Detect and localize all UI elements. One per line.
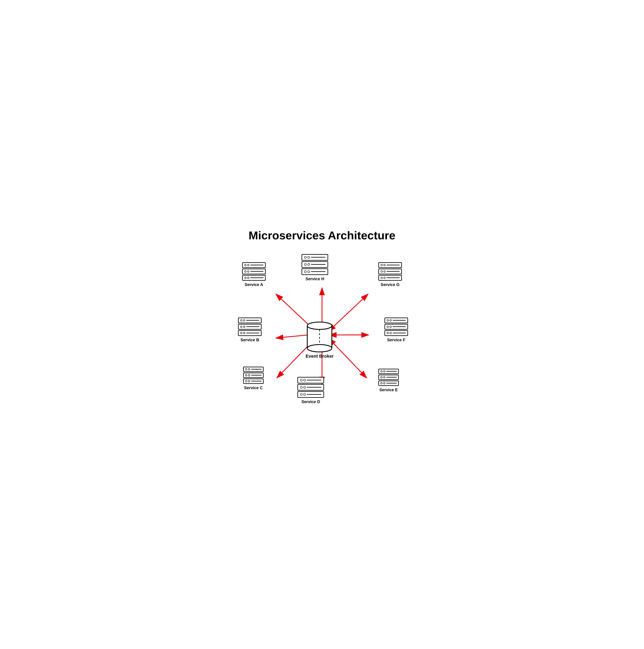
server-unit xyxy=(297,377,324,384)
service-e-label: Service E xyxy=(379,388,398,392)
server-unit xyxy=(385,324,408,330)
server-unit xyxy=(297,384,324,391)
service-a-node: Service A xyxy=(242,262,266,287)
service-c-label: Service C xyxy=(244,386,263,390)
page-container: Microservices Architecture xyxy=(230,223,414,426)
server-b-stack xyxy=(238,317,261,336)
server-unit xyxy=(238,330,261,336)
service-b-node: Service B xyxy=(238,317,261,342)
service-h-node: Service H xyxy=(301,254,328,281)
server-d-stack xyxy=(297,377,324,398)
service-d-label: Service D xyxy=(301,399,320,404)
service-f-label: Service F xyxy=(387,338,405,342)
service-c-node: Service C xyxy=(243,367,264,390)
server-unit xyxy=(301,254,328,261)
server-f-stack xyxy=(385,317,408,336)
page-title: Microservices Architecture xyxy=(234,229,410,242)
server-unit xyxy=(378,269,402,274)
server-g-stack xyxy=(378,262,402,281)
server-unit xyxy=(243,379,264,384)
service-b-label: Service B xyxy=(240,338,259,342)
server-unit xyxy=(378,375,399,380)
svg-point-11 xyxy=(307,322,332,330)
server-unit xyxy=(242,269,266,274)
svg-line-8 xyxy=(333,294,368,327)
service-e-node: Service E xyxy=(378,369,399,392)
svg-point-14 xyxy=(307,345,332,352)
server-unit xyxy=(378,262,402,268)
svg-line-3 xyxy=(276,335,308,338)
server-unit xyxy=(378,381,399,386)
server-a-stack xyxy=(242,262,266,281)
event-broker-node: Event Broker xyxy=(306,319,334,359)
server-unit xyxy=(238,324,261,330)
server-unit xyxy=(378,275,402,281)
server-unit xyxy=(385,317,408,323)
service-h-label: Service H xyxy=(306,276,324,281)
server-unit xyxy=(243,373,264,378)
server-unit xyxy=(378,369,399,374)
server-unit xyxy=(301,268,328,275)
event-broker-label: Event Broker xyxy=(306,354,334,359)
service-d-node: Service D xyxy=(297,377,324,404)
service-a-label: Service A xyxy=(245,282,263,287)
server-unit xyxy=(385,330,408,336)
event-broker-cylinder xyxy=(306,319,333,352)
service-g-node: Service G xyxy=(378,262,402,287)
diagram: Service H Service A xyxy=(234,250,410,418)
server-h-stack xyxy=(301,254,328,275)
server-unit xyxy=(243,367,264,372)
server-unit xyxy=(238,317,261,323)
server-unit xyxy=(301,261,328,268)
service-g-label: Service G xyxy=(380,282,399,287)
server-c-stack xyxy=(243,367,264,384)
server-unit xyxy=(242,262,266,268)
server-unit xyxy=(297,391,324,398)
svg-line-6 xyxy=(333,343,367,378)
server-e-stack xyxy=(378,369,399,386)
service-f-node: Service F xyxy=(385,317,408,342)
server-unit xyxy=(242,275,266,281)
